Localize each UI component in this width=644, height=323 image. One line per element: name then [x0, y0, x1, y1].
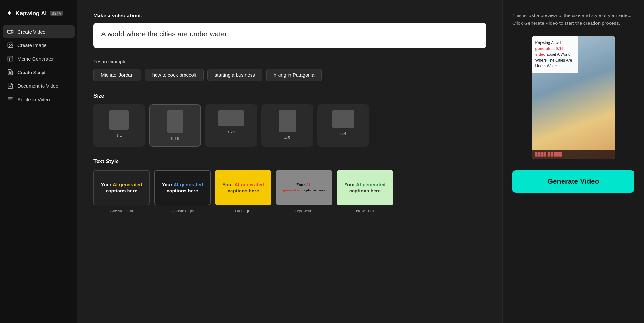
size-preview-4-5	[279, 110, 296, 132]
video-preview: Kapwing AI will generate a 9:16 video ab…	[532, 36, 615, 159]
diamond-icon: ✦	[6, 9, 12, 17]
sidebar-item-article-to-video[interactable]: Article to Video	[3, 93, 75, 106]
new-leaf-text: Your AI-generated captions here	[341, 181, 389, 194]
sidebar-label-document-to-video: Document to Video	[17, 83, 58, 89]
style-preview-new-leaf: Your AI-generated captions here	[337, 170, 393, 205]
style-option-classic-dark[interactable]: Your AI-generated captions here Classic …	[93, 170, 150, 213]
size-label: Size	[93, 93, 486, 99]
size-preview-16-9	[218, 110, 244, 126]
style-label-classic-dark: Classic Dark	[110, 209, 133, 213]
style-label-highlight: Highlight	[235, 209, 251, 213]
size-label-5-4: 5:4	[340, 131, 346, 136]
sidebar-item-document-to-video[interactable]: Document to Video	[3, 79, 75, 92]
image-icon	[7, 42, 14, 48]
style-label-new-leaf: New Leaf	[356, 209, 374, 213]
example-chip-patagonia[interactable]: hiking in Patagonia	[266, 69, 322, 81]
article-icon	[7, 96, 14, 103]
size-grid: 1:1 9:16 16:9 4:5 5:4	[93, 104, 486, 147]
meme-icon	[7, 55, 14, 62]
example-chip-business[interactable]: starting a business	[207, 69, 262, 81]
sidebar-item-create-video[interactable]: Create Video	[3, 25, 75, 38]
sidebar: ✦ Kapwing AI BETA Create Video Create Im…	[0, 0, 77, 323]
text-style-label: Text Style	[93, 158, 486, 165]
sidebar-label-meme-generator: Meme Generator	[17, 56, 54, 62]
size-label-16-9: 16:9	[227, 130, 235, 134]
size-preview-9-16	[167, 110, 183, 133]
beta-badge: BETA	[50, 11, 63, 16]
preview-text-1: Kapwing AI will	[535, 41, 561, 45]
typewriter-text: Your AI-generated captions here	[283, 182, 326, 193]
size-label-1-1: 1:1	[116, 133, 122, 138]
style-preview-highlight: Your AI-generated captions here	[215, 170, 271, 205]
style-option-typewriter[interactable]: Your AI-generated captions here Typewrit…	[276, 170, 332, 213]
preview-bottom-overlay: ▓▓▓▓ ▓▓▓▓▓	[532, 150, 615, 159]
generate-video-button[interactable]: Generate Video	[512, 170, 634, 193]
main-content: Make a video about: A world where the ci…	[77, 0, 502, 323]
examples-section: Try an example Michael Jordan how to coo…	[93, 59, 486, 81]
sidebar-item-meme-generator[interactable]: Meme Generator	[3, 52, 75, 65]
size-option-4-5[interactable]: 4:5	[261, 104, 313, 147]
video-icon	[7, 28, 14, 35]
examples-list: Michael Jordan how to cook broccoli star…	[93, 69, 486, 81]
script-icon	[7, 69, 14, 75]
sidebar-nav: Create Video Create Image Meme Generator…	[0, 25, 77, 106]
prompt-section: Make a video about: A world where the ci…	[93, 13, 486, 50]
svg-point-2	[9, 44, 10, 45]
size-preview-5-4	[332, 110, 354, 128]
video-preview-inner: Kapwing AI will generate a 9:16 video ab…	[532, 36, 615, 159]
examples-label: Try an example	[93, 59, 486, 64]
sidebar-label-create-video: Create Video	[17, 29, 45, 34]
prompt-label: Make a video about:	[93, 13, 486, 19]
style-preview-classic-light: Your AI-generated captions here	[154, 170, 211, 205]
size-option-5-4[interactable]: 5:4	[317, 104, 369, 147]
app-logo: ✦ Kapwing AI BETA	[0, 5, 77, 25]
size-preview-1-1	[109, 110, 129, 130]
style-preview-typewriter: Your AI-generated captions here	[276, 170, 332, 205]
classic-dark-text: Your AI-generated captions here	[99, 181, 145, 194]
style-option-highlight[interactable]: Your AI-generated captions here Highligh…	[215, 170, 271, 213]
size-section: Size 1:1 9:16 16:9 4:5 5:4	[93, 93, 486, 147]
size-option-1-1[interactable]: 1:1	[93, 104, 145, 147]
document-icon	[7, 83, 14, 89]
preview-bottom-text: ▓▓▓▓ ▓▓▓▓▓	[535, 152, 612, 156]
classic-light-text: Your AI-generated captions here	[159, 181, 205, 194]
text-style-section: Text Style Your AI-generated captions he…	[93, 158, 486, 213]
sidebar-item-create-image[interactable]: Create Image	[3, 39, 75, 52]
style-option-new-leaf[interactable]: Your AI-generated captions here New Leaf	[337, 170, 393, 213]
style-option-classic-light[interactable]: Your AI-generated captions here Classic …	[154, 170, 211, 213]
svg-rect-0	[8, 30, 12, 33]
style-preview-classic-dark: Your AI-generated captions here	[93, 170, 150, 205]
size-option-9-16[interactable]: 9:16	[149, 104, 201, 147]
text-style-grid: Your AI-generated captions here Classic …	[93, 170, 486, 213]
example-chip-broccoli[interactable]: how to cook broccoli	[145, 69, 204, 81]
size-option-16-9[interactable]: 16:9	[205, 104, 257, 147]
svg-rect-3	[8, 56, 13, 61]
sidebar-label-create-image: Create Image	[17, 43, 47, 48]
sidebar-item-create-script[interactable]: Create Script	[3, 66, 75, 79]
app-name: Kapwing AI	[15, 10, 47, 17]
preview-text-overlay: Kapwing AI will generate a 9:16 video ab…	[532, 36, 578, 73]
example-chip-michael-jordan[interactable]: Michael Jordan	[93, 69, 141, 81]
sidebar-label-article-to-video: Article to Video	[17, 97, 50, 102]
style-label-typewriter: Typewriter	[295, 209, 314, 213]
preview-description: This is just a preview of the size and s…	[512, 12, 634, 27]
style-label-classic-light: Classic Light	[171, 209, 194, 213]
size-label-4-5: 4:5	[284, 135, 290, 140]
prompt-input[interactable]: A world where the cities are under water	[93, 23, 486, 48]
right-panel: This is just a preview of the size and s…	[502, 0, 644, 323]
size-label-9-16: 9:16	[171, 136, 179, 141]
sidebar-label-create-script: Create Script	[17, 70, 46, 75]
highlight-text: Your AI-generated captions here	[220, 181, 267, 194]
